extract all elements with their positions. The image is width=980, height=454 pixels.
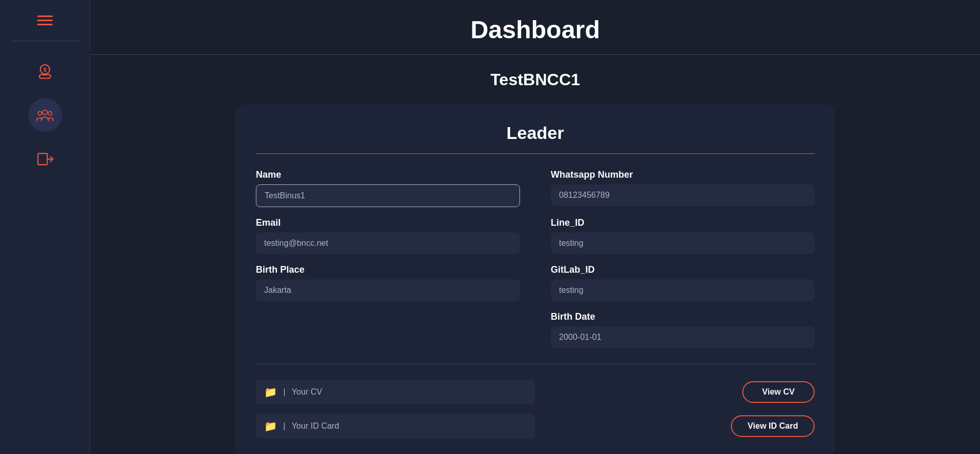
card-divider (256, 153, 815, 154)
svg-rect-5 (38, 153, 48, 165)
id-input-wrapper: 📁 | Your ID Card (256, 414, 535, 439)
svg-point-2 (43, 110, 48, 115)
id-folder-icon: 📁 (264, 420, 277, 432)
files-section: 📁 | Your CV View CV 📁 | Your ID Card Vie… (256, 380, 815, 439)
logout-icon (36, 150, 54, 168)
svg-point-4 (48, 111, 52, 115)
sidebar-navigation: $ (28, 54, 62, 176)
empty-cell (256, 311, 520, 348)
sidebar-item-team[interactable] (28, 98, 62, 132)
cv-label: Your CV (292, 387, 322, 397)
page-header: Dashboard (90, 0, 980, 55)
finance-icon: $ (36, 62, 54, 81)
view-id-card-button[interactable]: View ID Card (731, 415, 815, 437)
line-id-input[interactable] (551, 232, 815, 254)
view-cv-button[interactable]: View CV (742, 381, 815, 403)
line-id-group: Line_ID (551, 217, 815, 254)
name-label: Name (256, 169, 520, 180)
leader-card: Leader Name Whatsapp Number Email (235, 105, 835, 454)
birth-date-label: Birth Date (551, 311, 815, 322)
hamburger-icon (37, 15, 53, 25)
card-title: Leader (256, 123, 815, 143)
content-area: TestBNCC1 Leader Name Whatsapp Number Em… (90, 55, 980, 454)
whatsapp-label: Whatsapp Number (551, 169, 815, 180)
name-input[interactable] (256, 184, 520, 207)
svg-point-3 (38, 111, 42, 115)
id-label: Your ID Card (292, 421, 339, 431)
name-group: Name (256, 169, 520, 207)
page-title: Dashboard (111, 15, 959, 44)
birth-place-group: Birth Place (256, 264, 520, 301)
whatsapp-group: Whatsapp Number (551, 169, 815, 207)
birth-place-label: Birth Place (256, 264, 520, 275)
cv-separator: | (283, 387, 285, 397)
sidebar-item-finance[interactable]: $ (28, 54, 62, 88)
birth-date-input[interactable] (551, 326, 815, 348)
cv-row: 📁 | Your CV View CV (256, 380, 815, 404)
bottom-divider (256, 364, 815, 364)
email-label: Email (256, 217, 520, 228)
team-name: TestBNCC1 (235, 70, 835, 89)
gitlab-id-group: GitLab_ID (551, 264, 815, 301)
whatsapp-input[interactable] (551, 184, 815, 206)
svg-text:$: $ (43, 66, 47, 72)
sidebar-divider (11, 41, 79, 41)
gitlab-id-input[interactable] (551, 279, 815, 301)
id-card-row: 📁 | Your ID Card View ID Card (256, 414, 815, 439)
email-input[interactable] (256, 232, 520, 254)
team-icon (36, 106, 54, 124)
email-group: Email (256, 217, 520, 254)
gitlab-id-label: GitLab_ID (551, 264, 815, 275)
sidebar: $ (0, 0, 90, 454)
sidebar-item-logout[interactable] (28, 142, 62, 176)
cv-folder-icon: 📁 (264, 386, 277, 398)
form-grid: Name Whatsapp Number Email Line_ID (256, 169, 815, 348)
birth-place-input[interactable] (256, 279, 520, 301)
birth-date-group: Birth Date (551, 311, 815, 348)
id-separator: | (283, 421, 285, 431)
cv-input-wrapper: 📁 | Your CV (256, 380, 535, 404)
line-id-label: Line_ID (551, 217, 815, 228)
main-content: Dashboard TestBNCC1 Leader Name Whatsapp… (90, 0, 980, 454)
menu-button[interactable] (32, 10, 58, 30)
